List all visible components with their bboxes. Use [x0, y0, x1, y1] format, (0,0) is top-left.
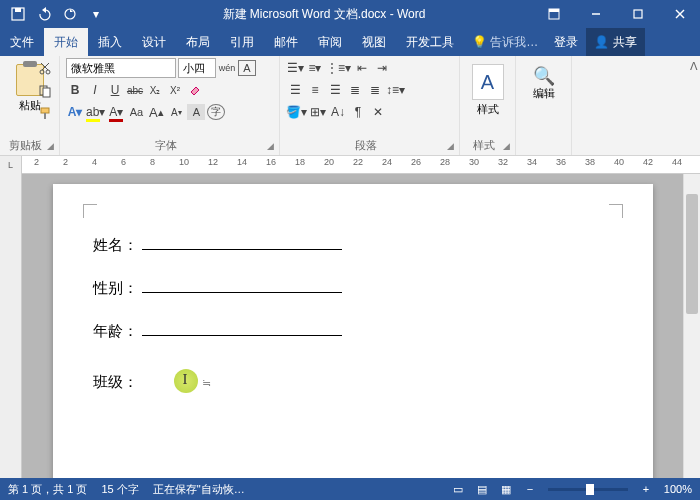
justify-icon[interactable]: ≣: [346, 80, 364, 100]
close-icon[interactable]: [660, 0, 700, 28]
sort-icon[interactable]: A↓: [329, 102, 347, 122]
phonetic-guide-icon[interactable]: wén: [218, 58, 236, 78]
tab-developer[interactable]: 开发工具: [396, 28, 464, 56]
show-marks-icon[interactable]: ¶: [349, 102, 367, 122]
ruler-vertical[interactable]: [0, 174, 22, 482]
tab-review[interactable]: 审阅: [308, 28, 352, 56]
enclose-char-icon[interactable]: 字: [207, 104, 225, 120]
maximize-icon[interactable]: [618, 0, 658, 28]
subscript-button[interactable]: X₂: [146, 80, 164, 100]
clipboard-launcher-icon[interactable]: ◢: [47, 141, 57, 151]
zoom-in-icon[interactable]: +: [635, 480, 657, 498]
copy-icon[interactable]: [38, 84, 54, 100]
form-label: 班级：: [93, 373, 138, 392]
form-underline[interactable]: [142, 320, 342, 336]
text-cursor-icon: [174, 369, 198, 393]
highlight-icon[interactable]: ab▾: [86, 102, 105, 122]
char-border-icon[interactable]: A: [238, 60, 256, 76]
align-right-icon[interactable]: ☰: [326, 80, 344, 100]
minimize-icon[interactable]: [576, 0, 616, 28]
form-row[interactable]: 性别：: [93, 277, 613, 298]
share-button[interactable]: 👤 共享: [586, 28, 644, 56]
font-name-combo[interactable]: 微软雅黑: [66, 58, 176, 78]
print-layout-icon[interactable]: ▤: [471, 480, 493, 498]
strike-button[interactable]: abc: [126, 80, 144, 100]
tab-references[interactable]: 引用: [220, 28, 264, 56]
find-icon[interactable]: 🔍: [533, 66, 555, 86]
bullets-icon[interactable]: ☰▾: [286, 58, 304, 78]
redo-icon[interactable]: [58, 2, 82, 26]
form-underline[interactable]: [142, 234, 342, 250]
align-left-icon[interactable]: ☰: [286, 80, 304, 100]
zoom-level[interactable]: 100%: [664, 483, 692, 495]
styles-icon[interactable]: A: [472, 64, 504, 100]
clear-format-icon[interactable]: [186, 80, 204, 100]
italic-button[interactable]: I: [86, 80, 104, 100]
tab-layout[interactable]: 布局: [176, 28, 220, 56]
edit-button[interactable]: 编辑: [533, 86, 555, 101]
decrease-indent-icon[interactable]: ⇤: [353, 58, 371, 78]
tab-file[interactable]: 文件: [0, 28, 44, 56]
scrollbar-vertical[interactable]: [683, 174, 700, 482]
styles-button[interactable]: 样式: [477, 102, 499, 117]
scroll-thumb[interactable]: [686, 194, 698, 314]
web-layout-icon[interactable]: ▦: [495, 480, 517, 498]
form-row[interactable]: 年龄：: [93, 320, 613, 341]
svg-point-10: [46, 70, 50, 74]
shading-icon[interactable]: 🪣▾: [286, 102, 307, 122]
form-row[interactable]: 姓名：: [93, 234, 613, 255]
distribute-icon[interactable]: ≣: [366, 80, 384, 100]
zoom-slider-thumb[interactable]: [586, 484, 594, 495]
document-area[interactable]: 姓名：性别：年龄：班级：≒: [22, 174, 683, 482]
numbering-icon[interactable]: ≡▾: [306, 58, 324, 78]
tab-insert[interactable]: 插入: [88, 28, 132, 56]
char-shading-icon[interactable]: A: [187, 104, 205, 120]
font-launcher-icon[interactable]: ◢: [267, 141, 277, 151]
status-words[interactable]: 15 个字: [101, 482, 138, 497]
format-painter-icon[interactable]: [38, 106, 54, 122]
cut-icon[interactable]: [38, 62, 54, 78]
text-effects-icon[interactable]: A▾: [66, 102, 84, 122]
underline-button[interactable]: U: [106, 80, 124, 100]
line-spacing-icon[interactable]: ↕≡▾: [386, 80, 405, 100]
svg-rect-4: [549, 9, 559, 12]
form-underline[interactable]: [142, 277, 342, 293]
zoom-out-icon[interactable]: −: [519, 480, 541, 498]
tab-home[interactable]: 开始: [44, 28, 88, 56]
snap-grid-icon[interactable]: ✕: [369, 102, 387, 122]
form-label: 性别：: [93, 279, 138, 298]
form-row[interactable]: 班级：≒: [93, 363, 613, 392]
grow-font-icon[interactable]: A▴: [147, 102, 165, 122]
collapse-ribbon-icon[interactable]: ᐱ: [690, 60, 698, 73]
tell-me[interactable]: 💡 告诉我…: [464, 34, 546, 51]
zoom-slider[interactable]: [548, 488, 628, 491]
increase-indent-icon[interactable]: ⇥: [373, 58, 391, 78]
multilevel-icon[interactable]: ⋮≡▾: [326, 58, 351, 78]
styles-launcher-icon[interactable]: ◢: [503, 141, 513, 151]
borders-icon[interactable]: ⊞▾: [309, 102, 327, 122]
superscript-button[interactable]: X²: [166, 80, 184, 100]
font-color-icon[interactable]: A▾: [107, 102, 125, 122]
tab-design[interactable]: 设计: [132, 28, 176, 56]
change-case-button[interactable]: Aa: [127, 102, 145, 122]
bold-button[interactable]: B: [66, 80, 84, 100]
save-icon[interactable]: [6, 2, 30, 26]
ruler-horizontal[interactable]: L 22468101214161820222426283032343638404…: [0, 156, 700, 174]
page[interactable]: 姓名：性别：年龄：班级：≒: [53, 184, 653, 482]
font-size-combo[interactable]: 小四: [178, 58, 216, 78]
ribbon-options-icon[interactable]: [534, 0, 574, 28]
form-label: 姓名：: [93, 236, 138, 255]
qat-more-icon[interactable]: ▾: [84, 2, 108, 26]
clipboard-label: 剪贴板: [0, 138, 51, 153]
para-launcher-icon[interactable]: ◢: [447, 141, 457, 151]
align-center-icon[interactable]: ≡: [306, 80, 324, 100]
status-page[interactable]: 第 1 页，共 1 页: [8, 482, 87, 497]
ruler-corner: L: [0, 156, 22, 174]
undo-icon[interactable]: [32, 2, 56, 26]
svg-rect-15: [41, 108, 49, 113]
tab-mailings[interactable]: 邮件: [264, 28, 308, 56]
login-button[interactable]: 登录: [546, 34, 586, 51]
tab-view[interactable]: 视图: [352, 28, 396, 56]
read-mode-icon[interactable]: ▭: [447, 480, 469, 498]
shrink-font-icon[interactable]: A▾: [167, 102, 185, 122]
